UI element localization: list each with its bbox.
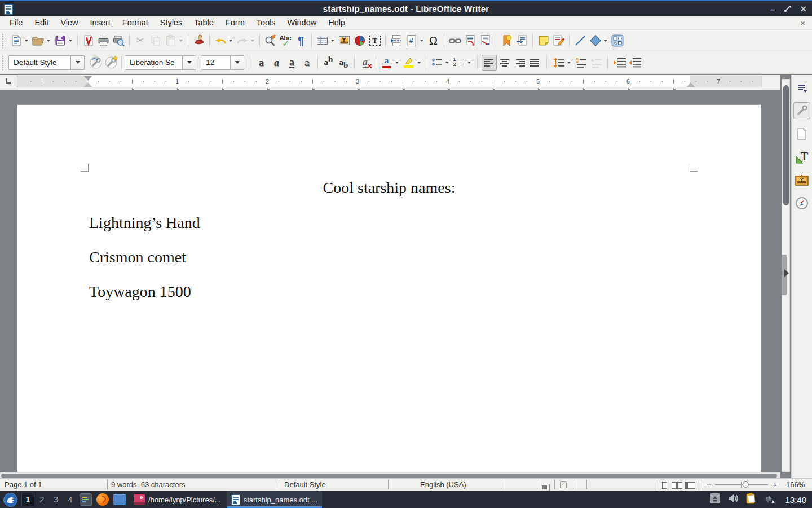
menu-table[interactable]: Table [189, 17, 219, 28]
formatting-marks-button[interactable]: ¶ [293, 33, 308, 49]
file-manager-launcher[interactable] [112, 492, 127, 507]
redo-dropdown-arrow[interactable] [251, 40, 254, 42]
toolbar-grip[interactable] [2, 55, 5, 70]
restore-button[interactable] [784, 5, 791, 14]
shapes-dropdown-arrow[interactable] [604, 40, 607, 42]
redo-button[interactable] [235, 33, 250, 49]
font-name-combo[interactable]: Liberation Se [125, 55, 196, 70]
menu-styles[interactable]: Styles [155, 17, 188, 28]
left-indent-marker[interactable] [83, 82, 92, 87]
numbered-list-button[interactable]: 12 [451, 55, 466, 71]
font-color-dropdown-arrow[interactable] [395, 62, 399, 64]
menu-file[interactable]: File [5, 17, 28, 28]
underline-button[interactable]: a [284, 55, 299, 71]
track-changes-button[interactable] [551, 33, 566, 49]
horizontal-scrollbar[interactable] [0, 472, 780, 478]
insert-comment-button[interactable] [536, 33, 551, 49]
sidebar-properties-button[interactable] [793, 102, 810, 119]
zoom-slider-thumb[interactable] [743, 481, 749, 488]
menu-help[interactable]: Help [323, 17, 350, 28]
vertical-scrollbar-thumb[interactable] [783, 85, 789, 205]
copy-button[interactable] [148, 33, 163, 49]
workspace-1[interactable]: 1 [21, 493, 34, 506]
network-offline-icon[interactable] [764, 493, 776, 506]
table-dropdown-arrow[interactable] [331, 40, 334, 42]
clear-formatting-button[interactable]: a× [358, 55, 373, 71]
sidebar-navigator-button[interactable] [793, 195, 810, 212]
open-dropdown-arrow[interactable] [47, 40, 50, 42]
minimize-button[interactable]: – [770, 5, 775, 14]
insert-page-break-button[interactable] [389, 33, 404, 49]
workspace-2[interactable]: 2 [36, 493, 48, 506]
undo-button[interactable] [213, 33, 228, 49]
menu-format[interactable]: Format [117, 17, 153, 28]
bullet-list-button[interactable] [429, 55, 444, 71]
export-pdf-button[interactable] [81, 33, 96, 49]
justify-button[interactable] [527, 55, 542, 71]
align-center-button[interactable] [497, 55, 512, 71]
menu-view[interactable]: View [55, 17, 83, 28]
book-view-button[interactable] [685, 482, 695, 491]
insert-footnote-button[interactable] [462, 33, 478, 49]
undo-dropdown-arrow[interactable] [229, 40, 232, 42]
new-style-button[interactable]: ★ [103, 55, 118, 71]
save-button[interactable] [52, 33, 68, 49]
menu-tools[interactable]: Tools [251, 17, 281, 28]
align-left-button[interactable] [482, 55, 497, 71]
paste-dropdown-arrow[interactable] [179, 40, 183, 42]
new-dropdown-arrow[interactable] [25, 40, 28, 42]
firefox-launcher[interactable] [95, 492, 110, 507]
single-page-view-button[interactable] [662, 482, 667, 491]
zoom-percentage[interactable]: 166% [786, 480, 805, 489]
volume-icon[interactable] [727, 493, 739, 506]
align-right-button[interactable] [512, 55, 527, 71]
ruler[interactable]: 1234567 [17, 76, 762, 87]
close-document-icon[interactable]: × [800, 18, 805, 28]
bullet-list-dropdown-arrow[interactable] [445, 62, 449, 64]
document-paragraph[interactable]: Toywagon 1500 [89, 283, 191, 301]
font-color-button[interactable]: a [379, 55, 394, 71]
find-replace-button[interactable] [263, 33, 278, 49]
toolbar-grip[interactable] [2, 33, 5, 48]
cut-button[interactable]: ✂ [133, 33, 148, 49]
field-dropdown-arrow[interactable] [420, 40, 423, 42]
insert-hyperlink-button[interactable] [447, 33, 462, 49]
applications-menu-button[interactable] [3, 493, 17, 507]
spelling-button[interactable]: Abc✓ [278, 33, 293, 49]
terminal-launcher[interactable] [78, 492, 93, 507]
update-style-button[interactable] [88, 55, 103, 71]
task-writer-window[interactable]: startship_names.odt ... [227, 491, 323, 508]
menu-window[interactable]: Window [283, 17, 322, 28]
sidebar-settings-button[interactable] [793, 79, 810, 96]
sidebar-page-button[interactable] [793, 125, 810, 142]
paragraph-style-combo[interactable]: Default Style [8, 55, 85, 70]
insert-line-button[interactable] [572, 33, 588, 49]
highlight-color-button[interactable] [401, 55, 416, 71]
decrease-indent-button[interactable] [627, 55, 642, 71]
document-page[interactable]: Cool starship names: Lightning’s HandCri… [17, 104, 761, 472]
menu-insert[interactable]: Insert [85, 17, 116, 28]
clock[interactable]: 13:40 [785, 495, 806, 505]
right-indent-marker[interactable] [686, 82, 695, 87]
basic-shapes-button[interactable] [588, 33, 603, 49]
tab-stop-type-selector[interactable] [6, 78, 11, 84]
page-count[interactable]: Page 1 of 1 [5, 480, 42, 489]
document-canvas[interactable]: Cool starship names: Lightning’s HandCri… [0, 90, 780, 472]
page-style[interactable]: Default Style [284, 480, 326, 489]
line-spacing-dropdown-arrow[interactable] [567, 62, 571, 64]
insert-bookmark-button[interactable] [499, 33, 514, 49]
insert-cross-reference-button[interactable] [514, 33, 529, 49]
italic-button[interactable]: a [269, 55, 284, 71]
decrease-paragraph-spacing-button[interactable] [588, 55, 603, 71]
increase-indent-button[interactable] [612, 55, 627, 71]
zoom-in-button[interactable]: + [773, 480, 778, 489]
line-spacing-button[interactable] [551, 55, 566, 71]
first-line-indent-marker[interactable] [83, 76, 92, 81]
style-dropdown-button[interactable] [70, 55, 85, 70]
highlight-dropdown-arrow[interactable] [417, 62, 421, 64]
clone-formatting-button[interactable] [191, 33, 206, 49]
task-pictures-window[interactable]: /home/lynp/Pictures/... [129, 491, 226, 508]
numbered-list-dropdown-arrow[interactable] [467, 62, 471, 64]
superscript-button[interactable]: ab [321, 55, 336, 71]
insert-chart-button[interactable] [352, 33, 367, 49]
